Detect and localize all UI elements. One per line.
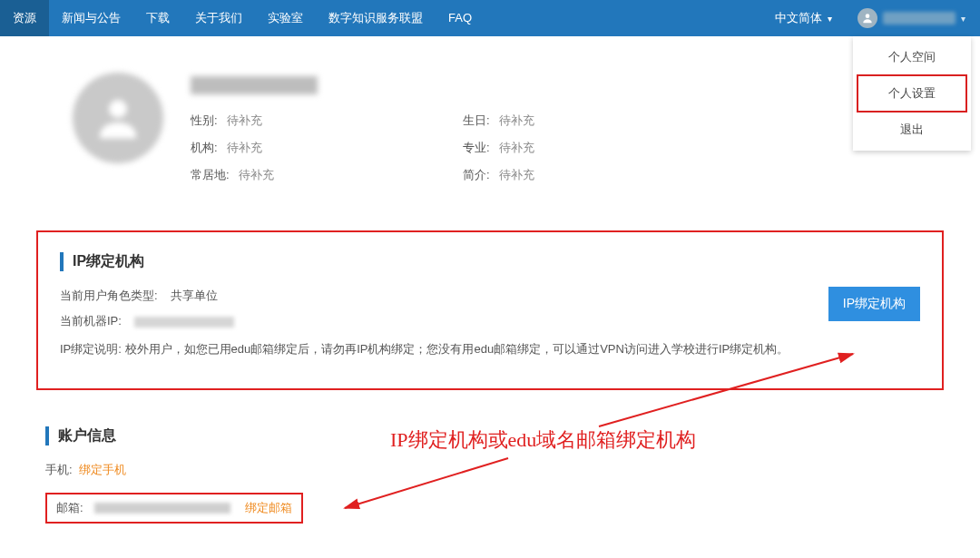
nav-lab[interactable]: 实验室	[255, 0, 316, 36]
ip-section-title: IP绑定机构	[60, 252, 920, 271]
nav-news[interactable]: 新闻与公告	[49, 0, 133, 36]
ip-bind-button[interactable]: IP绑定机构	[828, 287, 920, 321]
label-gender: 性别:	[191, 113, 218, 129]
ip-binding-section: IP绑定机构 当前用户角色类型: 共享单位 当前机器IP: IP绑定说明: 校外…	[36, 230, 944, 390]
ip-address-label: 当前机器IP:	[60, 314, 122, 328]
ip-address-blurred	[134, 317, 234, 328]
user-menu-trigger[interactable]: ▾	[845, 8, 969, 28]
value-org: 待补充	[227, 140, 262, 156]
nav-about[interactable]: 关于我们	[182, 0, 255, 36]
label-intro: 简介:	[463, 167, 490, 183]
ip-role-row: 当前用户角色类型: 共享单位	[60, 288, 920, 304]
phone-label: 手机:	[45, 463, 73, 476]
svg-point-1	[109, 100, 127, 118]
user-avatar-icon	[858, 8, 877, 28]
chevron-down-icon: ▾	[828, 14, 832, 24]
chevron-down-icon: ▾	[961, 14, 965, 24]
profile-avatar	[73, 73, 163, 163]
value-intro: 待补充	[499, 167, 534, 183]
value-gender: 待补充	[227, 113, 262, 129]
top-nav: 资源 新闻与公告 下载 关于我们 实验室 数字知识服务联盟 FAQ 中文简体 ▾…	[0, 0, 980, 36]
value-major: 待补充	[499, 140, 534, 156]
nav-alliance[interactable]: 数字知识服务联盟	[316, 0, 436, 36]
label-major: 专业:	[463, 140, 490, 156]
user-dropdown: 个人空间 个人设置 退出	[853, 36, 971, 151]
ip-address-row: 当前机器IP:	[60, 313, 920, 329]
dropdown-logout[interactable]: 退出	[853, 113, 971, 147]
bind-phone-link[interactable]: 绑定手机	[79, 463, 126, 476]
username-blurred	[883, 12, 956, 24]
nav-download[interactable]: 下载	[133, 0, 182, 36]
language-selector[interactable]: 中文简体 ▾	[762, 10, 845, 26]
nav-resources[interactable]: 资源	[0, 0, 49, 36]
language-label: 中文简体	[775, 10, 822, 26]
value-residence: 待补充	[239, 167, 274, 183]
label-residence: 常居地:	[191, 167, 230, 183]
nav-faq[interactable]: FAQ	[436, 0, 485, 36]
profile-name-blurred	[191, 76, 318, 94]
account-section: 账户信息 手机: 绑定手机 邮箱: 绑定邮箱	[36, 426, 944, 524]
account-title: 账户信息	[45, 426, 935, 445]
dropdown-personal-settings[interactable]: 个人设置	[857, 74, 967, 113]
email-row: 邮箱: 绑定邮箱	[45, 489, 935, 524]
svg-point-0	[866, 14, 870, 18]
ip-role-label: 当前用户角色类型:	[60, 289, 158, 302]
label-birthday: 生日:	[463, 113, 490, 129]
content-wrap: 性别: 待补充 生日: 待补充 机构: 待补充 专业: 待补充	[0, 36, 980, 558]
email-highlight-box: 邮箱: 绑定邮箱	[45, 493, 303, 524]
dropdown-personal-space[interactable]: 个人空间	[853, 40, 971, 74]
phone-row: 手机: 绑定手机	[45, 462, 935, 478]
value-birthday: 待补充	[499, 113, 534, 129]
email-blurred	[94, 503, 230, 514]
profile-block: 性别: 待补充 生日: 待补充 机构: 待补充 专业: 待补充	[36, 54, 944, 230]
ip-desc: IP绑定说明: 校外用户，如您已用edu邮箱绑定后，请勿再IP机构绑定；您没有用…	[60, 338, 920, 359]
ip-role-value: 共享单位	[171, 289, 218, 302]
bind-email-link[interactable]: 绑定邮箱	[245, 500, 292, 516]
email-label: 邮箱:	[56, 500, 83, 516]
label-org: 机构:	[191, 140, 218, 156]
